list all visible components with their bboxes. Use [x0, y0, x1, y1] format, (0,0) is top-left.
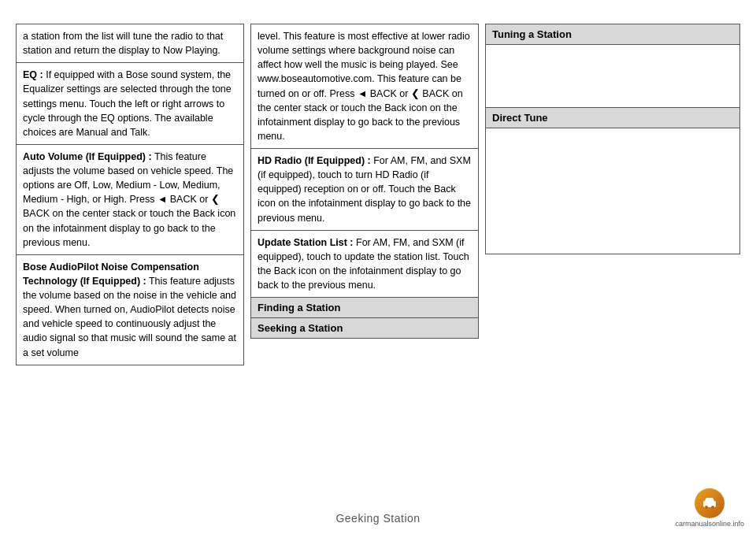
- tuning-station-heading: Tuning a Station: [485, 24, 740, 45]
- direct-tune-heading: Direct Tune: [485, 108, 740, 128]
- middle-block-2: HD Radio (If Equipped) : For AM, FM, and…: [250, 149, 479, 231]
- left-column: a station from the list will tune the ra…: [16, 24, 244, 510]
- tuning-station-body: [485, 45, 740, 108]
- left-block-3: Auto Volume (If Equipped) : This feature…: [16, 145, 244, 255]
- left-block-1: a station from the list will tune the ra…: [16, 24, 244, 63]
- direct-tune-body: [485, 128, 740, 254]
- svg-marker-1: [705, 498, 714, 501]
- left-block-3-text: This feature adjusts the volume based on…: [23, 151, 235, 248]
- finding-station-heading: Finding a Station: [250, 298, 479, 318]
- middle-block-1: level. This feature is most effective at…: [250, 24, 479, 149]
- logo-url-text: carmanualsonline.info: [675, 520, 744, 528]
- svg-point-3: [711, 506, 714, 509]
- middle-block-3: Update Station List : For AM, FM, and SX…: [250, 231, 479, 299]
- left-block-2-label: EQ :: [23, 69, 43, 80]
- carmanuals-logo: carmanualsonline.info: [675, 488, 744, 528]
- middle-block-2-label: HD Radio (If Equipped) :: [258, 155, 371, 166]
- columns-wrapper: a station from the list will tune the ra…: [0, 16, 756, 518]
- left-block-1-text: a station from the list will tune the ra…: [23, 31, 223, 56]
- left-block-4: Bose AudioPilot Noise Compensation Techn…: [16, 255, 244, 365]
- middle-block-3-label: Update Station List :: [258, 237, 354, 248]
- right-column: Tuning a Station Direct Tune: [485, 24, 740, 510]
- svg-point-2: [705, 506, 708, 509]
- middle-block-1-text: level. This feature is most effective at…: [258, 31, 470, 142]
- left-block-4-text: This feature adjusts the volume based on…: [23, 276, 236, 358]
- page-container: a station from the list will tune the ra…: [0, 0, 756, 534]
- logo-circle: [695, 488, 724, 518]
- geeking-station-text: Geeking Station: [335, 512, 420, 525]
- middle-column: level. This feature is most effective at…: [250, 24, 479, 510]
- car-icon: [701, 495, 718, 512]
- left-block-3-label: Auto Volume (If Equipped) :: [23, 151, 152, 162]
- seeking-station-heading: Seeking a Station: [250, 318, 479, 339]
- bottom-bar: Geeking Station: [0, 512, 756, 525]
- left-block-2-text: If equipped with a Bose sound system, th…: [23, 69, 232, 138]
- left-block-2: EQ : If equipped with a Bose sound syste…: [16, 63, 244, 145]
